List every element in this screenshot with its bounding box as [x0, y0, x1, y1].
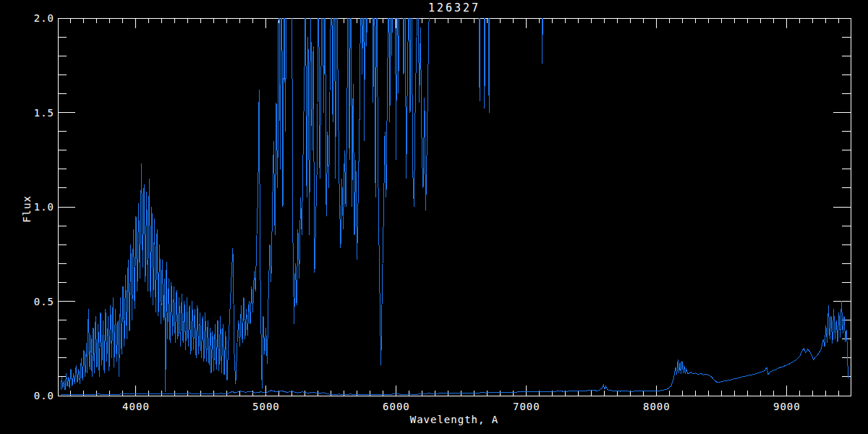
y-tick-label: 0.0 — [34, 390, 54, 401]
spectrum-chart: 4000500060007000800090000.00.51.01.52.0 — [0, 0, 868, 434]
y-tick-label: 1.5 — [34, 107, 54, 119]
plot-window: 126327 Flux Wavelength, A 40005000600070… — [0, 0, 868, 434]
y-tick-label: 2.0 — [34, 12, 54, 24]
spectrum-traces — [61, 0, 848, 395]
y-tick-label: 1.0 — [34, 201, 54, 213]
x-tick-label: 7000 — [513, 401, 540, 412]
spectrum-trace — [61, 0, 553, 392]
x-tick-label: 4000 — [122, 401, 150, 412]
x-tick-label: 5000 — [252, 401, 280, 412]
x-tick-label: 9000 — [773, 401, 801, 412]
axes-frame — [58, 18, 851, 396]
plot-frame — [58, 18, 851, 396]
x-tick-label: 8000 — [643, 401, 671, 412]
y-tick-label: 0.5 — [34, 296, 54, 307]
x-tick-label: 6000 — [383, 401, 410, 412]
